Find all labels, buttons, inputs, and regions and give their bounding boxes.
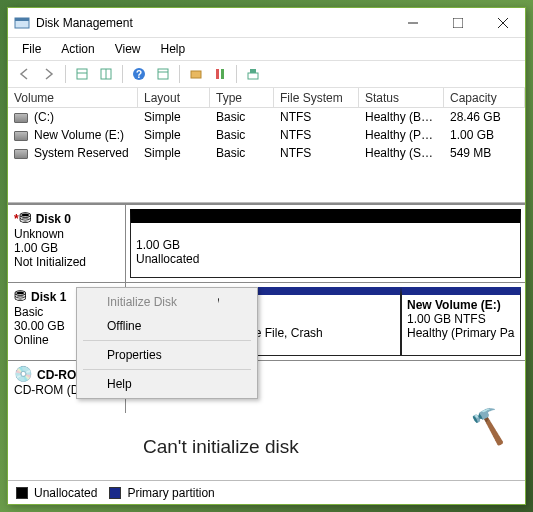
app-icon xyxy=(14,15,30,31)
context-menu: Initialize Disk Offline Properties Help xyxy=(76,287,258,399)
titlebar[interactable]: Disk Management xyxy=(8,8,525,38)
menu-initialize-disk: Initialize Disk xyxy=(79,290,255,314)
partition-e[interactable]: New Volume (E:) 1.00 GB NTFS Healthy (Pr… xyxy=(401,287,521,356)
cdrom-icon: 💿 xyxy=(14,365,33,382)
legend-swatch-primary xyxy=(109,487,121,499)
col-fs[interactable]: File System xyxy=(274,88,359,108)
table-row[interactable]: (C:) Simple Basic NTFS Healthy (B… 28.46… xyxy=(8,108,525,126)
svg-rect-3 xyxy=(453,18,463,28)
svg-rect-15 xyxy=(216,69,219,79)
svg-rect-12 xyxy=(158,69,168,79)
menu-action[interactable]: Action xyxy=(53,40,102,58)
table-row[interactable]: New Volume (E:) Simple Basic NTFS Health… xyxy=(8,126,525,144)
maximize-button[interactable] xyxy=(435,8,480,37)
volume-list: Volume Layout Type File System Status Ca… xyxy=(8,88,525,203)
svg-rect-18 xyxy=(250,69,256,73)
toolbar-icon[interactable] xyxy=(95,63,117,85)
column-headers: Volume Layout Type File System Status Ca… xyxy=(8,88,525,108)
menubar: File Action View Help xyxy=(8,38,525,60)
col-layout[interactable]: Layout xyxy=(138,88,210,108)
col-status[interactable]: Status xyxy=(359,88,444,108)
svg-rect-14 xyxy=(191,71,201,78)
menu-offline[interactable]: Offline xyxy=(79,314,255,338)
svg-text:?: ? xyxy=(136,69,142,80)
window-title: Disk Management xyxy=(36,16,390,30)
menu-view[interactable]: View xyxy=(107,40,149,58)
help-icon[interactable]: ? xyxy=(128,63,150,85)
disk-row[interactable]: *⛃Disk 0 Unknown 1.00 GB Not Initialized… xyxy=(8,205,525,283)
svg-rect-1 xyxy=(15,18,29,21)
legend-label: Unallocated xyxy=(34,486,97,500)
hammer-icon: 🔨 xyxy=(465,402,512,447)
col-volume[interactable]: Volume xyxy=(8,88,138,108)
forward-button[interactable] xyxy=(38,63,60,85)
close-button[interactable] xyxy=(480,8,525,37)
disk-management-window: Disk Management File Action View Help ? … xyxy=(7,7,526,505)
menu-file[interactable]: File xyxy=(14,40,49,58)
menu-help[interactable]: Help xyxy=(153,40,194,58)
disk1-title: Disk 1 xyxy=(31,290,66,304)
drive-icon xyxy=(14,113,28,123)
svg-rect-6 xyxy=(77,69,87,79)
partition-unallocated[interactable]: 1.00 GB Unallocated xyxy=(130,209,521,278)
svg-rect-17 xyxy=(248,73,258,79)
menu-properties[interactable]: Properties xyxy=(79,343,255,367)
toolbar-icon[interactable] xyxy=(71,63,93,85)
toolbar-icon[interactable] xyxy=(242,63,264,85)
menu-help[interactable]: Help xyxy=(79,372,255,396)
drive-icon xyxy=(14,149,28,159)
minimize-button[interactable] xyxy=(390,8,435,37)
col-capacity[interactable]: Capacity xyxy=(444,88,525,108)
back-button[interactable] xyxy=(14,63,36,85)
disk0-title: Disk 0 xyxy=(36,212,71,226)
window-controls xyxy=(390,8,525,37)
toolbar: ? xyxy=(8,60,525,88)
toolbar-icon[interactable] xyxy=(185,63,207,85)
svg-rect-16 xyxy=(221,69,224,79)
legend-label: Primary partition xyxy=(127,486,214,500)
disk-icon: ⛃ xyxy=(14,287,27,304)
legend-swatch-unallocated xyxy=(16,487,28,499)
col-type[interactable]: Type xyxy=(210,88,274,108)
toolbar-icon[interactable] xyxy=(209,63,231,85)
table-row[interactable]: System Reserved Simple Basic NTFS Health… xyxy=(8,144,525,162)
disk-icon: ⛃ xyxy=(19,209,32,226)
toolbar-icon[interactable] xyxy=(152,63,174,85)
legend: Unallocated Primary partition xyxy=(8,480,525,504)
drive-icon xyxy=(14,131,28,141)
